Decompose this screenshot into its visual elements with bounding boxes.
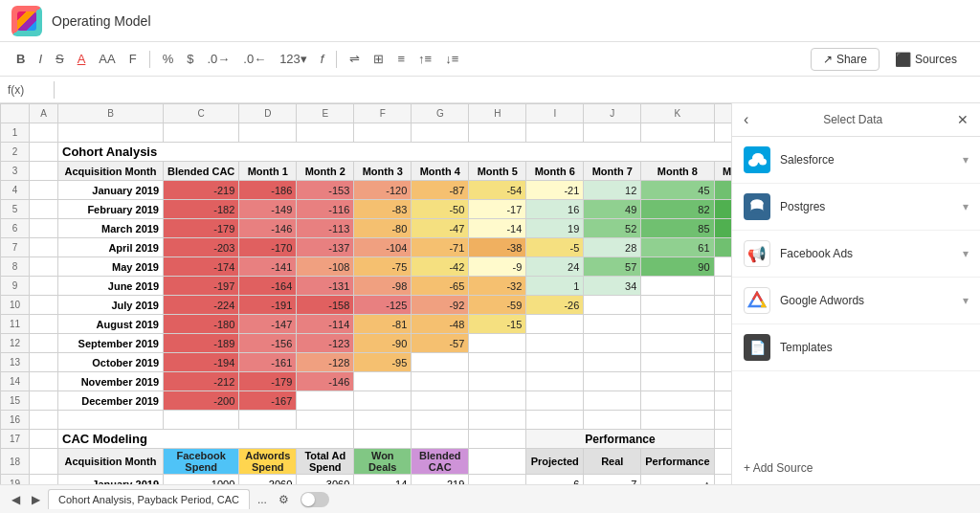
spreadsheet-area[interactable]: A B C D E F G H I J K L (0, 103, 731, 484)
row-15: 15 December 2019 -200 -167 (1, 391, 732, 411)
strikethrough-button[interactable]: S (51, 50, 69, 68)
cell-B1[interactable] (58, 123, 164, 143)
cell-jan-blended[interactable]: -219 (164, 181, 239, 200)
row-1: 1 (1, 123, 732, 143)
font2-button[interactable]: f (316, 50, 329, 68)
tab-prev-button[interactable]: ◀ (8, 491, 24, 508)
cell-L1[interactable] (714, 123, 731, 143)
sources-button[interactable]: ⬛ Sources (883, 48, 969, 71)
col-D[interactable]: D (239, 104, 297, 123)
text-color-button[interactable]: A (73, 50, 91, 68)
align-left-button[interactable]: ≡ (392, 50, 410, 68)
cell-C1[interactable] (164, 123, 239, 143)
cell-A3[interactable] (30, 162, 58, 181)
postgres-label: Postgres (780, 200, 963, 213)
cell-E1[interactable] (297, 123, 354, 143)
row-13: 13 October 2019 -194 -161 -128 -95 (1, 353, 732, 372)
divider-2 (336, 51, 337, 68)
source-item-facebook[interactable]: 📢 Facebook Ads ▾ (732, 231, 980, 278)
col-I[interactable]: I (526, 104, 584, 123)
row-12: 12 September 2019 -189 -156 -123 -90 -57 (1, 334, 732, 353)
header-m3: Month 3 (354, 162, 412, 181)
col-B[interactable]: B (58, 104, 164, 123)
sidebar: ‹ Select Data ✕ Salesforce ▾ (731, 103, 980, 484)
row-8: 8 May 2019 -174 -141 -108 -75 -42 -9 24 … (1, 257, 732, 277)
row-16: 16 (1, 411, 732, 430)
sidebar-title: Select Data (823, 113, 882, 126)
title-bar: Operating Model (0, 0, 980, 42)
italic-button[interactable]: I (33, 50, 47, 68)
cell-A2[interactable] (30, 143, 58, 162)
col-G[interactable]: G (412, 104, 469, 123)
bold-button[interactable]: B (11, 50, 30, 68)
adwords-arrow: ▾ (963, 294, 969, 307)
cell-month-jan[interactable]: January 2019 (58, 181, 164, 200)
header-m5: Month 5 (469, 162, 526, 181)
tab-next-button[interactable]: ▶ (28, 491, 44, 508)
wrap-button[interactable]: ⊞ (368, 50, 389, 68)
share-button[interactable]: ↗ Share (811, 48, 880, 71)
col-H[interactable]: H (469, 104, 526, 123)
col-A[interactable]: A (30, 104, 58, 123)
salesforce-label: Salesforce (780, 153, 963, 167)
row-2: 2 Cohort Analysis (1, 143, 732, 162)
tab-toggle-switch[interactable] (301, 492, 329, 507)
sources-icon: ⬛ (895, 52, 911, 67)
cell-F1[interactable] (354, 123, 412, 143)
sidebar-close-button[interactable]: ✕ (957, 112, 969, 127)
adwords-logo (744, 287, 770, 314)
cell-A1[interactable] (30, 123, 58, 143)
tab-cohort[interactable]: Cohort Analysis, Payback Period, CAC (48, 489, 250, 509)
tab-more-button[interactable]: ... (254, 491, 271, 508)
col-C[interactable]: C (164, 104, 239, 123)
postgres-logo (744, 193, 770, 220)
share-icon: ↗ (823, 53, 833, 66)
toolbar: B I S A AA F % $ .0→ .0← 123▾ f ⇌ ⊞ ≡ ↑≡… (0, 42, 980, 77)
col-E[interactable]: E (297, 104, 354, 123)
header-m1: Month 1 (239, 162, 297, 181)
sidebar-header: ‹ Select Data ✕ (732, 103, 980, 137)
source-item-adwords[interactable]: Google Adwords ▾ (732, 278, 980, 324)
scroll-container[interactable]: A B C D E F G H I J K L (0, 103, 731, 484)
decimal-left-button[interactable]: .0← (238, 50, 271, 68)
cell-I1[interactable] (526, 123, 584, 143)
header-m9: Month 9 (714, 162, 731, 181)
align-top-button[interactable]: ↑≡ (413, 50, 436, 68)
add-source-label: + Add Source (744, 461, 813, 475)
cell-reference: f(x) (8, 83, 46, 97)
dollar-button[interactable]: $ (182, 50, 198, 68)
templates-label: Templates (780, 341, 969, 354)
source-item-postgres[interactable]: Postgres ▾ (732, 184, 980, 231)
col-K[interactable]: K (641, 104, 714, 123)
cell-H1[interactable] (469, 123, 526, 143)
font-button[interactable]: F (124, 50, 142, 68)
decimal-right-button[interactable]: .0→ (202, 50, 234, 68)
adwords-label: Google Adwords (780, 294, 963, 307)
row-14: 14 November 2019 -212 -179 -146 (1, 372, 732, 391)
align-bottom-button[interactable]: ↓≡ (440, 50, 463, 68)
source-item-salesforce[interactable]: Salesforce ▾ (732, 137, 980, 184)
col-F[interactable]: F (354, 104, 412, 123)
source-item-templates[interactable]: 📄 Templates (732, 324, 980, 371)
cell-G1[interactable] (412, 123, 469, 143)
header-m7: Month 7 (584, 162, 641, 181)
row-4: 4 January 2019 -219 -186 -153 -120 -87 -… (1, 181, 732, 200)
number-format-button[interactable]: 123▾ (275, 50, 312, 68)
row-9: 9 June 2019 -197 -164 -131 -98 -65 -32 1… (1, 277, 732, 296)
row-18: 18 Acquisition Month FacebookSpend Adwor… (1, 449, 732, 475)
col-header-corner (1, 104, 30, 123)
sidebar-back-button[interactable]: ‹ (744, 111, 748, 128)
sort-button[interactable]: ⇌ (345, 50, 365, 68)
cell-J1[interactable] (584, 123, 641, 143)
row-num-1: 1 (1, 123, 30, 143)
font-size-button[interactable]: AA (94, 50, 120, 68)
cell-K1[interactable] (641, 123, 714, 143)
tab-bar: ◀ ▶ Cohort Analysis, Payback Period, CAC… (0, 484, 980, 513)
col-J[interactable]: J (584, 104, 641, 123)
tab-settings-button[interactable]: ⚙ (275, 491, 293, 508)
cell-D1[interactable] (239, 123, 297, 143)
col-L[interactable]: L (714, 104, 731, 123)
row-17: 17 CAC Modeling Performance (1, 430, 732, 449)
percent-button[interactable]: % (158, 50, 179, 68)
add-source-button[interactable]: + Add Source (732, 452, 980, 484)
